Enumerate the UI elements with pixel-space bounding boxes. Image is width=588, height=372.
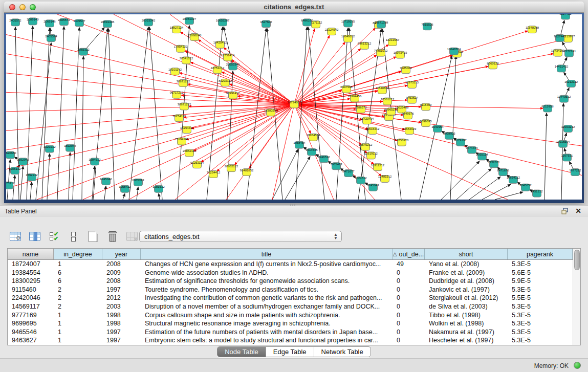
table-scrollbar[interactable] bbox=[573, 249, 580, 345]
column-header-short[interactable]: short bbox=[425, 249, 508, 259]
table-cell: Hescheler et al. (1997) bbox=[425, 336, 508, 345]
graph-node-label: 7515526 bbox=[421, 23, 433, 26]
table-cell: 49 bbox=[393, 260, 425, 269]
graph-node-label: 91253114 bbox=[190, 161, 204, 164]
graph-node-label: 2089140 bbox=[27, 18, 39, 21]
graph-node-label: 11540880 bbox=[376, 86, 389, 90]
graph-node-label: 75194142 bbox=[175, 138, 189, 141]
table-row[interactable]: 1938455462009Genome-wide association stu… bbox=[8, 269, 573, 277]
table-cell: 2009 bbox=[102, 269, 141, 277]
memory-status-indicator[interactable] bbox=[574, 362, 581, 369]
graph-node-label: 19654923 bbox=[403, 127, 417, 130]
tab-node-table[interactable]: Node Table bbox=[217, 347, 266, 357]
graph-node-label: 1584512 bbox=[89, 158, 101, 161]
table-row[interactable]: 946554611997Estimation of the future num… bbox=[8, 328, 573, 337]
graph-node-label: 96717212 bbox=[170, 91, 184, 94]
column-header-name[interactable]: name bbox=[8, 249, 54, 259]
column-header-pagerank[interactable]: pagerank bbox=[508, 249, 573, 259]
table-cell: 5.3E-5 bbox=[508, 260, 573, 269]
table-row[interactable]: 1830029562008Estimation of significance … bbox=[8, 277, 573, 286]
delete-table-button[interactable]: ✕ bbox=[125, 230, 139, 244]
table-settings-button[interactable]: ⚙ bbox=[8, 230, 22, 244]
table-cell: Estimation of significance thresholds fo… bbox=[141, 277, 393, 286]
graph-node-label: 69613212 bbox=[358, 42, 372, 45]
graph-node-label: 83202112 bbox=[219, 79, 232, 82]
tab-network-table[interactable]: Network Table bbox=[314, 347, 371, 357]
close-panel-icon[interactable]: ✕ bbox=[575, 207, 581, 215]
table-cell: 5.3E-5 bbox=[508, 311, 573, 320]
graph-node-label: 1167531 bbox=[561, 154, 574, 157]
graph-node-label: 8471677 bbox=[342, 170, 355, 173]
graph-node-label: 2405573 bbox=[58, 18, 70, 21]
graph-node-label: 15720404 bbox=[360, 117, 374, 120]
graph-node-label: 12449512 bbox=[557, 95, 571, 98]
table-cell: 1998 bbox=[102, 319, 141, 328]
graph-node-label: 19101142 bbox=[168, 68, 182, 71]
table-select-dropdown[interactable]: citations_edges.txt ▲▼ bbox=[139, 231, 342, 242]
column-header-out_de[interactable]: △out_de... bbox=[393, 249, 425, 259]
trash-icon bbox=[108, 231, 117, 242]
network-svg[interactable]: 1872400718827124220682481785412220541312… bbox=[6, 14, 582, 200]
table-row[interactable]: 911546021997Tourette syndrome. Phenomeno… bbox=[8, 286, 573, 294]
graph-node-label: 8660128 bbox=[487, 62, 499, 65]
graph-node-label: 17854122 bbox=[174, 45, 188, 48]
status-bar: Memory: OK bbox=[0, 358, 588, 372]
graph-node-label: 80965212 bbox=[384, 108, 398, 111]
graph-node-label: 20541312 bbox=[180, 57, 193, 60]
graph-node-label: 1692212 bbox=[26, 174, 38, 177]
graph-node-label: 10561212 bbox=[381, 98, 395, 101]
table-cell: 2 bbox=[54, 286, 102, 294]
graph-node-label: 16212112 bbox=[564, 80, 578, 83]
graph-node-label: 7485063 bbox=[400, 67, 412, 70]
table-cell: Structural magnetic resonance image aver… bbox=[141, 319, 393, 328]
column-header-label: year bbox=[115, 251, 127, 258]
clear-selection-button[interactable] bbox=[67, 230, 80, 244]
table-cell: Tourette syndrome. Phenomenology and cla… bbox=[141, 286, 393, 294]
table-cell: 2012 bbox=[102, 294, 141, 302]
graph-node-label: 1592942 bbox=[17, 158, 29, 161]
table-row[interactable]: 969969511998Structural magnetic resonanc… bbox=[8, 319, 573, 328]
graph-node-label: 2405574 bbox=[45, 35, 57, 38]
table-cell: 2 bbox=[54, 294, 102, 302]
graph-node-label: 6179197 bbox=[454, 139, 467, 142]
show-columns-button[interactable] bbox=[28, 230, 41, 244]
select-all-button[interactable]: ✔✔ bbox=[47, 230, 61, 244]
network-canvas[interactable]: 1872400718827124220682481785412220541312… bbox=[6, 14, 582, 200]
graph-node-label: 8471676 bbox=[497, 169, 509, 172]
graph-node-label: 20862122 bbox=[225, 165, 238, 168]
graph-node-label: 30671232 bbox=[177, 80, 190, 83]
table-cell: Jankovic et al. (1997) bbox=[425, 286, 508, 294]
table-cell: 0 bbox=[393, 319, 425, 328]
graph-node-label: 10549212 bbox=[359, 143, 373, 146]
table-row[interactable]: 977716911998Corpus callosum shape and si… bbox=[8, 311, 573, 320]
graph-node-label: 10655287 bbox=[216, 19, 230, 22]
column-header-year[interactable]: year bbox=[102, 249, 141, 259]
delete-column-button[interactable] bbox=[105, 230, 119, 244]
window-titlebar[interactable]: citations_edges.txt bbox=[4, 2, 584, 13]
graph-node-label: 16312212 bbox=[371, 164, 385, 167]
column-header-in_degree[interactable]: in_degree bbox=[54, 249, 102, 259]
graph-node-label: 19384554 bbox=[307, 134, 320, 137]
graph-node-label: 10719195 bbox=[341, 20, 355, 23]
table-cell: 9115460 bbox=[8, 286, 54, 294]
graph-node-label: 6497568 bbox=[340, 85, 353, 89]
tab-edge-table[interactable]: Edge Table bbox=[266, 347, 314, 357]
graph-node-label: 14451432 bbox=[555, 65, 569, 68]
table-cell: Nakamura et al. (1997) bbox=[425, 328, 508, 337]
column-header-title[interactable]: title bbox=[141, 249, 393, 259]
graph-node-label: 19756928 bbox=[395, 139, 409, 142]
graph-node-label: 9245042 bbox=[100, 178, 112, 181]
scrollbar-thumb[interactable] bbox=[574, 250, 580, 270]
float-panel-icon[interactable] bbox=[561, 208, 569, 214]
graph-node-label: 76254112 bbox=[172, 115, 186, 118]
table-cell: 0 bbox=[393, 302, 425, 311]
table-row[interactable]: 2242004622012Investigating the contribut… bbox=[8, 294, 573, 302]
new-column-button[interactable] bbox=[86, 230, 100, 244]
table-row[interactable]: 946362711997Embryonic stem cells: a mode… bbox=[8, 336, 573, 345]
table-row[interactable]: 1872400712008Changes of HCN gene express… bbox=[8, 260, 573, 269]
table-panel-title: Table Panel bbox=[5, 208, 37, 215]
table-cell: 5.3E-5 bbox=[508, 328, 573, 337]
table-row[interactable]: 1456911722003Disruption of a novel membe… bbox=[8, 302, 573, 311]
table-cell: 1997 bbox=[102, 328, 141, 337]
graph-node-label: 91481852 bbox=[240, 169, 254, 172]
